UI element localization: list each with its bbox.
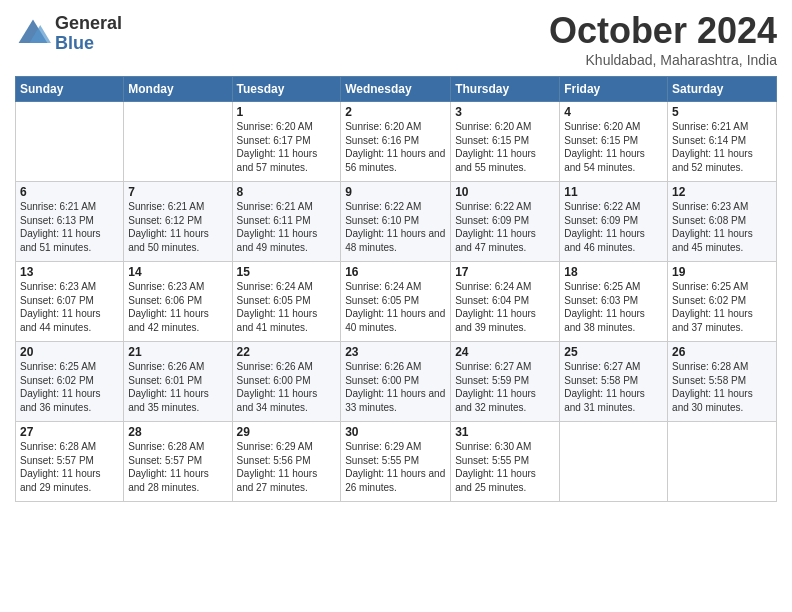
table-row	[668, 422, 777, 502]
day-info: Sunrise: 6:28 AMSunset: 5:57 PMDaylight:…	[128, 441, 209, 493]
table-row: 30 Sunrise: 6:29 AMSunset: 5:55 PMDaylig…	[341, 422, 451, 502]
col-sunday: Sunday	[16, 77, 124, 102]
table-row: 12 Sunrise: 6:23 AMSunset: 6:08 PMDaylig…	[668, 182, 777, 262]
table-row: 1 Sunrise: 6:20 AMSunset: 6:17 PMDayligh…	[232, 102, 341, 182]
day-info: Sunrise: 6:30 AMSunset: 5:55 PMDaylight:…	[455, 441, 536, 493]
day-number: 20	[20, 345, 119, 359]
day-info: Sunrise: 6:23 AMSunset: 6:08 PMDaylight:…	[672, 201, 753, 253]
day-info: Sunrise: 6:23 AMSunset: 6:07 PMDaylight:…	[20, 281, 101, 333]
page: General Blue October 2024 Khuldabad, Mah…	[0, 0, 792, 612]
calendar-week-3: 13 Sunrise: 6:23 AMSunset: 6:07 PMDaylig…	[16, 262, 777, 342]
calendar-table: Sunday Monday Tuesday Wednesday Thursday…	[15, 76, 777, 502]
day-info: Sunrise: 6:28 AMSunset: 5:57 PMDaylight:…	[20, 441, 101, 493]
calendar-week-4: 20 Sunrise: 6:25 AMSunset: 6:02 PMDaylig…	[16, 342, 777, 422]
table-row: 22 Sunrise: 6:26 AMSunset: 6:00 PMDaylig…	[232, 342, 341, 422]
table-row: 28 Sunrise: 6:28 AMSunset: 5:57 PMDaylig…	[124, 422, 232, 502]
table-row: 20 Sunrise: 6:25 AMSunset: 6:02 PMDaylig…	[16, 342, 124, 422]
col-wednesday: Wednesday	[341, 77, 451, 102]
day-info: Sunrise: 6:29 AMSunset: 5:56 PMDaylight:…	[237, 441, 318, 493]
day-info: Sunrise: 6:20 AMSunset: 6:15 PMDaylight:…	[564, 121, 645, 173]
day-number: 4	[564, 105, 663, 119]
day-number: 8	[237, 185, 337, 199]
day-number: 19	[672, 265, 772, 279]
table-row: 21 Sunrise: 6:26 AMSunset: 6:01 PMDaylig…	[124, 342, 232, 422]
day-number: 17	[455, 265, 555, 279]
logo-text: General Blue	[55, 14, 122, 54]
day-number: 22	[237, 345, 337, 359]
table-row: 17 Sunrise: 6:24 AMSunset: 6:04 PMDaylig…	[451, 262, 560, 342]
table-row: 4 Sunrise: 6:20 AMSunset: 6:15 PMDayligh…	[560, 102, 668, 182]
day-info: Sunrise: 6:23 AMSunset: 6:06 PMDaylight:…	[128, 281, 209, 333]
table-row	[124, 102, 232, 182]
day-number: 3	[455, 105, 555, 119]
logo-icon	[15, 16, 51, 52]
day-number: 24	[455, 345, 555, 359]
table-row: 2 Sunrise: 6:20 AMSunset: 6:16 PMDayligh…	[341, 102, 451, 182]
day-number: 9	[345, 185, 446, 199]
day-info: Sunrise: 6:27 AMSunset: 5:58 PMDaylight:…	[564, 361, 645, 413]
day-number: 29	[237, 425, 337, 439]
day-info: Sunrise: 6:22 AMSunset: 6:09 PMDaylight:…	[455, 201, 536, 253]
table-row: 3 Sunrise: 6:20 AMSunset: 6:15 PMDayligh…	[451, 102, 560, 182]
col-tuesday: Tuesday	[232, 77, 341, 102]
day-number: 18	[564, 265, 663, 279]
day-number: 13	[20, 265, 119, 279]
table-row: 19 Sunrise: 6:25 AMSunset: 6:02 PMDaylig…	[668, 262, 777, 342]
day-number: 21	[128, 345, 227, 359]
calendar-week-2: 6 Sunrise: 6:21 AMSunset: 6:13 PMDayligh…	[16, 182, 777, 262]
day-number: 30	[345, 425, 446, 439]
day-info: Sunrise: 6:28 AMSunset: 5:58 PMDaylight:…	[672, 361, 753, 413]
table-row: 16 Sunrise: 6:24 AMSunset: 6:05 PMDaylig…	[341, 262, 451, 342]
table-row: 8 Sunrise: 6:21 AMSunset: 6:11 PMDayligh…	[232, 182, 341, 262]
col-thursday: Thursday	[451, 77, 560, 102]
table-row: 31 Sunrise: 6:30 AMSunset: 5:55 PMDaylig…	[451, 422, 560, 502]
location: Khuldabad, Maharashtra, India	[549, 52, 777, 68]
day-number: 28	[128, 425, 227, 439]
col-friday: Friday	[560, 77, 668, 102]
col-saturday: Saturday	[668, 77, 777, 102]
table-row: 7 Sunrise: 6:21 AMSunset: 6:12 PMDayligh…	[124, 182, 232, 262]
table-row: 27 Sunrise: 6:28 AMSunset: 5:57 PMDaylig…	[16, 422, 124, 502]
day-number: 26	[672, 345, 772, 359]
day-info: Sunrise: 6:21 AMSunset: 6:14 PMDaylight:…	[672, 121, 753, 173]
day-number: 12	[672, 185, 772, 199]
day-number: 2	[345, 105, 446, 119]
header: General Blue October 2024 Khuldabad, Mah…	[15, 10, 777, 68]
day-number: 31	[455, 425, 555, 439]
calendar-week-1: 1 Sunrise: 6:20 AMSunset: 6:17 PMDayligh…	[16, 102, 777, 182]
day-info: Sunrise: 6:20 AMSunset: 6:15 PMDaylight:…	[455, 121, 536, 173]
day-info: Sunrise: 6:24 AMSunset: 6:05 PMDaylight:…	[237, 281, 318, 333]
table-row: 18 Sunrise: 6:25 AMSunset: 6:03 PMDaylig…	[560, 262, 668, 342]
calendar-week-5: 27 Sunrise: 6:28 AMSunset: 5:57 PMDaylig…	[16, 422, 777, 502]
table-row	[16, 102, 124, 182]
day-info: Sunrise: 6:24 AMSunset: 6:04 PMDaylight:…	[455, 281, 536, 333]
title-section: October 2024 Khuldabad, Maharashtra, Ind…	[549, 10, 777, 68]
table-row: 26 Sunrise: 6:28 AMSunset: 5:58 PMDaylig…	[668, 342, 777, 422]
day-info: Sunrise: 6:27 AMSunset: 5:59 PMDaylight:…	[455, 361, 536, 413]
month-title: October 2024	[549, 10, 777, 52]
day-info: Sunrise: 6:25 AMSunset: 6:02 PMDaylight:…	[20, 361, 101, 413]
day-number: 6	[20, 185, 119, 199]
table-row	[560, 422, 668, 502]
day-number: 7	[128, 185, 227, 199]
table-row: 14 Sunrise: 6:23 AMSunset: 6:06 PMDaylig…	[124, 262, 232, 342]
logo-blue-text: Blue	[55, 34, 122, 54]
table-row: 29 Sunrise: 6:29 AMSunset: 5:56 PMDaylig…	[232, 422, 341, 502]
day-number: 5	[672, 105, 772, 119]
table-row: 10 Sunrise: 6:22 AMSunset: 6:09 PMDaylig…	[451, 182, 560, 262]
day-number: 14	[128, 265, 227, 279]
day-number: 1	[237, 105, 337, 119]
table-row: 23 Sunrise: 6:26 AMSunset: 6:00 PMDaylig…	[341, 342, 451, 422]
day-info: Sunrise: 6:21 AMSunset: 6:12 PMDaylight:…	[128, 201, 209, 253]
day-info: Sunrise: 6:21 AMSunset: 6:13 PMDaylight:…	[20, 201, 101, 253]
table-row: 9 Sunrise: 6:22 AMSunset: 6:10 PMDayligh…	[341, 182, 451, 262]
day-info: Sunrise: 6:20 AMSunset: 6:17 PMDaylight:…	[237, 121, 318, 173]
day-info: Sunrise: 6:21 AMSunset: 6:11 PMDaylight:…	[237, 201, 318, 253]
day-number: 10	[455, 185, 555, 199]
day-number: 25	[564, 345, 663, 359]
day-number: 23	[345, 345, 446, 359]
day-info: Sunrise: 6:20 AMSunset: 6:16 PMDaylight:…	[345, 121, 445, 173]
logo: General Blue	[15, 14, 122, 54]
table-row: 6 Sunrise: 6:21 AMSunset: 6:13 PMDayligh…	[16, 182, 124, 262]
table-row: 25 Sunrise: 6:27 AMSunset: 5:58 PMDaylig…	[560, 342, 668, 422]
